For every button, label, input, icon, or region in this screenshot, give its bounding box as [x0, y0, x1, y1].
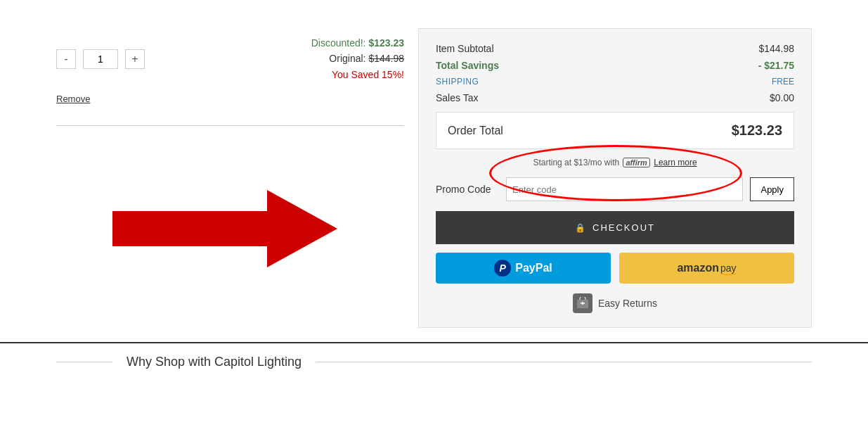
- page-wrapper: - + Discounted!: $123.23 Original: $144.…: [0, 0, 868, 425]
- item-subtotal-value: $144.98: [758, 43, 794, 54]
- order-summary-panel: Item Subtotal $144.98 Total Savings - $2…: [418, 28, 812, 328]
- total-savings-label: Total Savings: [436, 60, 499, 71]
- total-savings-row: Total Savings - $21.75: [436, 60, 794, 71]
- remove-link-wrapper: Remove: [56, 88, 404, 104]
- payment-row: P PayPal amazon pay: [436, 253, 794, 284]
- red-arrow-annotation: [112, 183, 337, 277]
- svg-marker-1: [735, 273, 736, 274]
- easy-returns-row: Easy Returns: [436, 293, 794, 313]
- divider-line: [56, 125, 404, 126]
- returns-icon: [573, 293, 592, 313]
- quantity-input[interactable]: [83, 49, 118, 69]
- price-block: Discounted!: $123.23 Original: $144.98 Y…: [311, 35, 404, 82]
- shipping-row: SHIPPING FREE: [436, 77, 794, 87]
- sales-tax-value: $0.00: [770, 92, 794, 103]
- discounted-label: Discounted!:: [311, 37, 366, 49]
- order-total-value: $123.23: [732, 122, 782, 139]
- checkout-button[interactable]: 🔒 CHECKOUT: [436, 211, 794, 244]
- discounted-value: $123.23: [368, 37, 404, 49]
- main-content: - + Discounted!: $123.23 Original: $144.…: [0, 0, 868, 342]
- promo-row: Promo Code Apply: [436, 177, 794, 201]
- lock-icon: 🔒: [575, 223, 587, 233]
- affirm-row: Starting at $13/mo with affirm Learn mor…: [436, 158, 794, 167]
- affirm-logo: affirm: [623, 158, 649, 167]
- original-label: Original:: [329, 53, 365, 64]
- easy-returns-label: Easy Returns: [598, 298, 657, 309]
- quantity-row: - + Discounted!: $123.23 Original: $144.…: [56, 35, 404, 82]
- affirm-learn-more-link[interactable]: Learn more: [654, 158, 697, 167]
- quantity-decrease-button[interactable]: -: [56, 49, 76, 69]
- amazon-logo: amazon: [677, 262, 719, 274]
- promo-code-label: Promo Code: [436, 184, 499, 195]
- item-subtotal-row: Item Subtotal $144.98: [436, 43, 794, 54]
- sales-tax-label: Sales Tax: [436, 92, 478, 103]
- bottom-line-right: [316, 362, 812, 362]
- paypal-icon: P: [494, 260, 511, 277]
- paypal-label: PayPal: [515, 262, 552, 274]
- amazon-pay-button[interactable]: amazon pay: [619, 253, 794, 284]
- left-panel: - + Discounted!: $123.23 Original: $144.…: [56, 28, 404, 126]
- affirm-text-before: Starting at $13/mo with: [533, 158, 619, 167]
- item-subtotal-label: Item Subtotal: [436, 43, 494, 54]
- bottom-title: Why Shop with Capitol Lighting: [127, 355, 302, 369]
- shipping-value: FREE: [772, 77, 794, 87]
- original-price-row: Original: $144.98: [311, 51, 404, 66]
- checkout-label: CHECKOUT: [592, 222, 655, 233]
- shipping-label: SHIPPING: [436, 77, 479, 87]
- promo-apply-button[interactable]: Apply: [750, 177, 794, 201]
- original-value: $144.98: [368, 53, 404, 64]
- bottom-section: Why Shop with Capitol Lighting: [0, 342, 868, 381]
- paypal-button[interactable]: P PayPal: [436, 253, 611, 284]
- total-savings-value: - $21.75: [758, 60, 794, 71]
- order-total-label: Order Total: [448, 125, 503, 137]
- svg-marker-0: [112, 190, 337, 267]
- order-total-box: Order Total $123.23: [436, 112, 794, 149]
- quantity-increase-button[interactable]: +: [125, 49, 145, 69]
- sales-tax-row: Sales Tax $0.00: [436, 92, 794, 103]
- promo-code-input[interactable]: [506, 177, 743, 201]
- discounted-price-row: Discounted!: $123.23: [311, 35, 404, 51]
- remove-link[interactable]: Remove: [56, 94, 90, 104]
- saved-label: You Saved 15%!: [332, 69, 404, 80]
- bottom-line-left: [56, 362, 112, 362]
